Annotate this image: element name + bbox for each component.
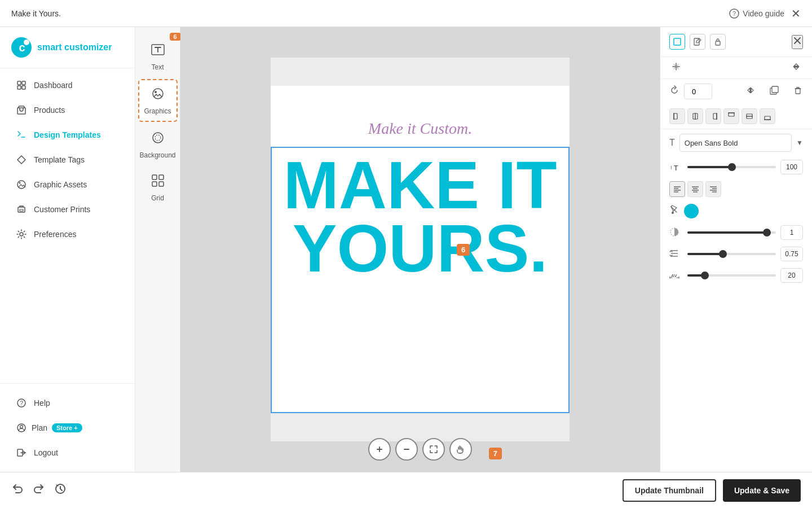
tool-grid[interactable]: Grid: [138, 167, 178, 208]
align-left-edge-button[interactable]: [669, 108, 685, 124]
sidebar-bottom: ? Help Plan Store + Logout: [0, 383, 135, 472]
align-center-h-button[interactable]: [687, 108, 703, 124]
font-family-select[interactable]: Open Sans Bold: [679, 134, 792, 152]
zoom-out-button[interactable]: [395, 438, 418, 461]
lineheight-value: 0.75: [780, 247, 803, 261]
sidebar-nav: Dashboard Products Design Templates: [0, 68, 135, 383]
letterspacing-slider[interactable]: [687, 274, 776, 277]
layer-tab-icon: [673, 38, 681, 46]
background-tool-label: Background: [139, 151, 175, 159]
text-align-center-button[interactable]: [687, 181, 703, 197]
tools-panel: 6 Text Graphics Background Grid: [135, 27, 180, 472]
svg-rect-30: [772, 86, 778, 93]
fit-icon: [429, 445, 438, 454]
sidebar-item-customer-prints[interactable]: Customer Prints: [5, 197, 130, 222]
text-tool-badge: 6: [170, 33, 181, 41]
grid-tool-label: Grid: [151, 194, 164, 202]
video-guide-button[interactable]: ? Video guide: [729, 8, 784, 19]
sidebar-item-help[interactable]: ? Help: [5, 391, 130, 415]
svg-rect-10: [20, 209, 23, 211]
topbar-right: ? Video guide ✕: [729, 7, 801, 20]
rotate-icon: [669, 85, 679, 98]
bottom-right-actions: Update Thumbnail Update & Save: [623, 479, 801, 502]
fontsize-slider[interactable]: [687, 166, 776, 168]
align-right-edge-button[interactable]: [705, 108, 721, 124]
hand-tool-button[interactable]: [449, 438, 472, 461]
properties-panel: T Open Sans Bold ▼ IT 100: [660, 27, 812, 472]
align-bottom-edge-button[interactable]: [760, 108, 775, 124]
undo-button[interactable]: [11, 483, 24, 498]
canvas-text-main: MAKE ITYOURS.: [272, 148, 568, 280]
text-align-left-button[interactable]: [669, 181, 685, 197]
props-rotate-row: [660, 79, 812, 104]
align-top-edge-button[interactable]: [723, 108, 739, 124]
props-tab-edit[interactable]: [690, 34, 705, 50]
close-button[interactable]: ✕: [791, 7, 801, 20]
opacity-slider[interactable]: [687, 231, 776, 234]
props-position-row: [660, 57, 812, 79]
sidebar-item-template-tags[interactable]: Template Tags: [5, 147, 130, 172]
fontsize-value: 100: [780, 160, 803, 174]
sidebar-item-dashboard[interactable]: Dashboard: [5, 73, 130, 98]
zoom-in-icon: [375, 445, 384, 454]
flip-h-icon[interactable]: [745, 85, 756, 98]
update-thumbnail-button[interactable]: Update Thumbnail: [623, 479, 716, 502]
sidebar-item-products[interactable]: Products: [5, 98, 130, 122]
props-font-row: T Open Sans Bold ▼: [660, 129, 812, 156]
rotate-input[interactable]: [684, 84, 712, 99]
redo-button[interactable]: [33, 483, 45, 498]
text-selection-box[interactable]: MAKE ITYOURS.: [271, 147, 570, 413]
sidebar-label-plan: Plan: [32, 423, 47, 432]
tool-text[interactable]: 6 Text: [138, 36, 178, 77]
text-align-right-button[interactable]: [705, 181, 721, 197]
sidebar-label-help: Help: [34, 398, 50, 408]
sidebar-item-logout[interactable]: Logout: [5, 440, 130, 465]
props-tab-lock[interactable]: [710, 34, 726, 50]
help-circle-icon: ?: [729, 8, 739, 19]
badge-6-label: 6: [457, 244, 470, 256]
sidebar-item-plan[interactable]: Plan Store +: [5, 415, 130, 440]
undo-icon: [11, 483, 24, 495]
topbar: Make it Yours. ? Video guide ✕: [0, 0, 812, 27]
props-close-button[interactable]: [792, 35, 803, 49]
lineheight-slider[interactable]: [687, 253, 776, 255]
svg-text:T: T: [674, 164, 678, 172]
sidebar-item-graphic-assets[interactable]: Graphic Assets: [5, 172, 130, 197]
products-icon: [16, 104, 27, 116]
text-icon: [150, 42, 166, 61]
plan-icon: [16, 422, 27, 433]
vertical-flip-icon[interactable]: [789, 62, 803, 74]
canvas-area: 6 Make it Custom. MAKE ITYOURS.: [180, 27, 660, 472]
svg-rect-32: [674, 113, 677, 119]
text-tool-label: Text: [151, 63, 164, 71]
position-icon: [669, 62, 683, 74]
logout-icon: [16, 447, 27, 458]
tool-background[interactable]: Background: [138, 124, 178, 165]
svg-rect-23: [159, 175, 164, 179]
sidebar-item-preferences[interactable]: Preferences: [5, 222, 130, 247]
update-save-button[interactable]: Update & Save: [723, 479, 801, 502]
hand-icon: [456, 445, 465, 454]
sidebar-item-design-templates[interactable]: Design Templates: [5, 122, 130, 147]
delete-icon[interactable]: [793, 85, 803, 98]
grid-icon: [150, 173, 166, 192]
svg-point-21: [155, 135, 161, 141]
letterspacing-icon: AV: [669, 270, 683, 282]
props-header: [660, 27, 812, 57]
zoom-in-button[interactable]: [368, 438, 391, 461]
canvas-white[interactable]: Make it Custom. MAKE ITYOURS.: [271, 86, 570, 413]
background-icon: [150, 130, 166, 149]
props-tab-layer[interactable]: [669, 34, 685, 50]
tool-graphics[interactable]: Graphics: [138, 79, 178, 122]
font-icon: T: [669, 138, 675, 148]
store-plus-badge[interactable]: Store +: [52, 423, 82, 432]
history-button[interactable]: [54, 483, 67, 498]
sidebar-label-preferences: Preferences: [34, 230, 76, 239]
duplicate-icon[interactable]: [769, 85, 779, 98]
fit-button[interactable]: [422, 438, 445, 461]
canvas-container: Make it Custom. MAKE ITYOURS.: [271, 58, 570, 441]
color-swatch[interactable]: [684, 204, 699, 218]
svg-rect-5: [22, 86, 25, 89]
align-middle-v-button[interactable]: [742, 108, 757, 124]
svg-rect-36: [713, 113, 717, 119]
